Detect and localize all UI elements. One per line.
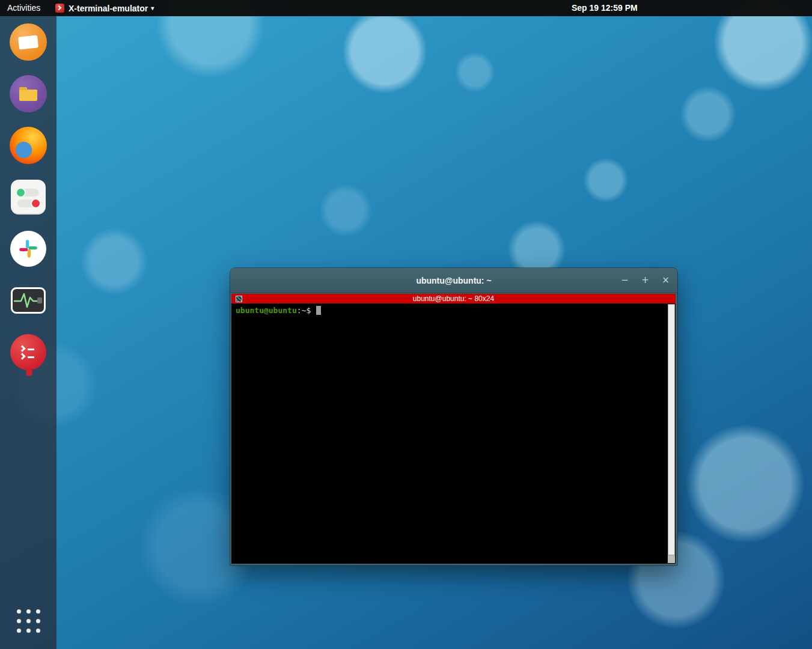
- dock-item-slack[interactable]: [10, 230, 47, 267]
- system-monitor-icon: [11, 287, 46, 314]
- xterm-title: ubuntu@ubuntu: ~ 80x24: [231, 294, 676, 303]
- chevron-down-icon: ▾: [151, 5, 154, 11]
- mail-icon: [10, 23, 47, 61]
- window-titlebar[interactable]: ubuntu@ubuntu: ~ − + ×: [230, 268, 677, 293]
- dock-item-terminal[interactable]: [10, 334, 47, 371]
- close-button[interactable]: ×: [661, 276, 670, 285]
- terminal-icon: [10, 334, 46, 370]
- maximize-button[interactable]: +: [641, 276, 650, 285]
- slack-icon: [10, 231, 46, 267]
- prompt-path: :~$: [297, 306, 311, 315]
- terminal-app-icon: [55, 4, 64, 13]
- terminal-window: ubuntu@ubuntu: ~ − + × ubuntu@ubuntu: ~ …: [230, 268, 677, 565]
- app-menu-label: X-terminal-emulator: [69, 4, 148, 13]
- xterm-titlebar[interactable]: ubuntu@ubuntu: ~ 80x24: [231, 294, 676, 303]
- scrollbar-thumb[interactable]: [668, 304, 675, 555]
- twm-iconify-icon[interactable]: [236, 296, 242, 302]
- window-controls: − + ×: [620, 268, 670, 293]
- app-menu[interactable]: X-terminal-emulator ▾: [55, 0, 154, 16]
- terminal-scrollbar[interactable]: [668, 304, 675, 563]
- show-applications-button[interactable]: [10, 602, 47, 639]
- terminal-content[interactable]: ubuntu@ubuntu:~$: [231, 303, 676, 564]
- dock: [0, 16, 56, 649]
- terminal-cursor: [316, 306, 321, 315]
- window-title: ubuntu@ubuntu: ~: [416, 276, 491, 285]
- dock-item-system-monitor[interactable]: [10, 282, 47, 319]
- dock-item-mail[interactable]: [10, 23, 47, 61]
- activities-button[interactable]: Activities: [0, 0, 47, 16]
- clock[interactable]: Sep 19 12:59 PM: [572, 0, 638, 16]
- dock-item-files[interactable]: [10, 75, 47, 112]
- files-icon: [10, 75, 47, 112]
- window-body: ubuntu@ubuntu: ~ 80x24 ubuntu@ubuntu:~$: [231, 294, 676, 564]
- terminal-prompt-line: ubuntu@ubuntu:~$: [231, 303, 676, 315]
- prompt-user-host: ubuntu@ubuntu: [236, 306, 297, 315]
- show-applications-icon: [17, 609, 40, 633]
- dock-item-settings[interactable]: [10, 178, 47, 216]
- firefox-icon: [10, 127, 47, 164]
- dock-item-firefox[interactable]: [10, 127, 47, 164]
- settings-icon: [11, 180, 46, 215]
- minimize-button[interactable]: −: [620, 276, 629, 285]
- top-bar: Activities X-terminal-emulator ▾ Sep 19 …: [0, 0, 812, 16]
